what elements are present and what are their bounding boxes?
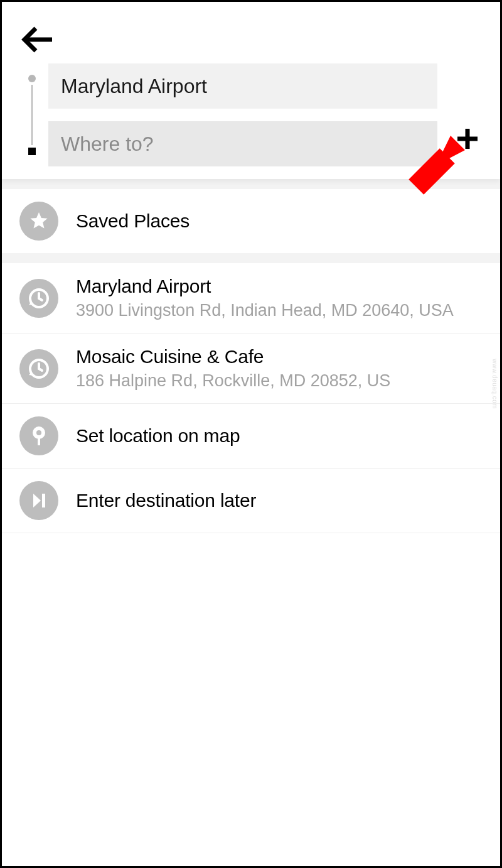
origin-input[interactable] xyxy=(48,63,437,109)
result-subtitle: 186 Halpine Rd, Rockville, MD 20852, US xyxy=(76,371,483,391)
pin-icon xyxy=(19,416,58,455)
route-inputs xyxy=(21,63,481,166)
back-button[interactable] xyxy=(21,21,58,58)
skip-icon xyxy=(19,481,58,520)
saved-places-label: Saved Places xyxy=(76,210,483,232)
destination-square-icon xyxy=(28,148,36,155)
svg-rect-7 xyxy=(38,438,40,445)
destination-input[interactable] xyxy=(48,121,437,166)
location-input-header xyxy=(2,2,500,179)
location-result-row[interactable]: Maryland Airport 3900 Livingston Rd, Ind… xyxy=(2,263,500,334)
origin-dot-icon xyxy=(28,75,36,82)
route-indicator xyxy=(24,63,40,166)
route-line-icon xyxy=(31,85,33,145)
result-title: Mosaic Cuisine & Cafe xyxy=(76,346,483,367)
saved-places-row[interactable]: Saved Places xyxy=(2,189,500,253)
svg-rect-8 xyxy=(42,494,45,507)
enter-destination-later-row[interactable]: Enter destination later xyxy=(2,469,500,533)
section-gap xyxy=(2,253,500,263)
result-title: Maryland Airport xyxy=(76,276,483,297)
fields-container xyxy=(48,63,437,166)
enter-later-label: Enter destination later xyxy=(76,490,483,511)
set-on-map-label: Set location on map xyxy=(76,425,483,447)
set-location-on-map-row[interactable]: Set location on map xyxy=(2,404,500,469)
add-stop-button[interactable] xyxy=(451,122,484,155)
result-subtitle: 3900 Livingston Rd, Indian Head, MD 2064… xyxy=(76,301,483,320)
location-result-row[interactable]: Mosaic Cuisine & Cafe 186 Halpine Rd, Ro… xyxy=(2,334,500,404)
watermark: www.deuaq.com xyxy=(491,359,498,409)
plus-icon xyxy=(456,127,479,151)
svg-point-6 xyxy=(36,430,41,435)
star-icon xyxy=(19,202,58,241)
history-icon xyxy=(19,349,58,388)
history-icon xyxy=(19,279,58,318)
saved-places-section: Saved Places xyxy=(2,189,500,253)
results-section: Maryland Airport 3900 Livingston Rd, Ind… xyxy=(2,263,500,533)
back-arrow-icon xyxy=(21,26,55,53)
section-gap xyxy=(2,179,500,189)
